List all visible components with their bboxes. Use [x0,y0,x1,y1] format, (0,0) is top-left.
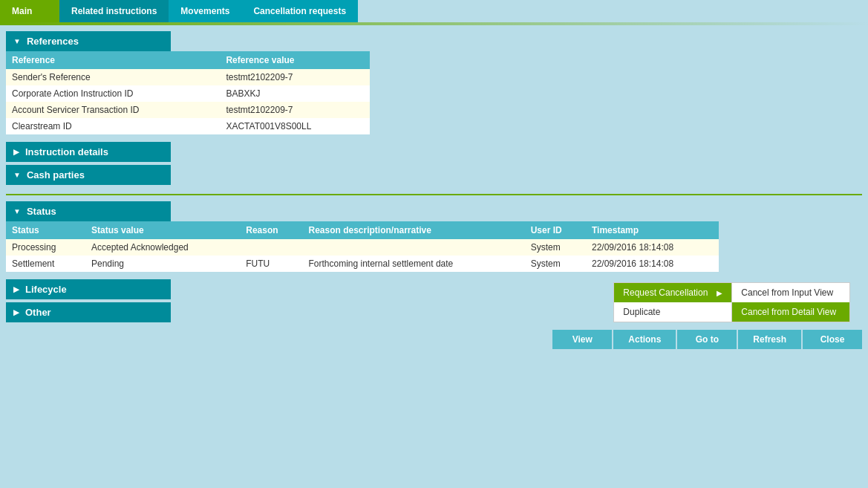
status-cell-3 [303,239,525,256]
table-row: ProcessingAccepted AcknowledgedSystem22/… [6,239,719,256]
status-cell-3: Forthcoming internal settlement date [303,256,525,272]
close-button[interactable]: Close [803,330,862,349]
goto-button[interactable]: Go to [677,330,737,349]
cancellation-submenu: Cancel from Input View Cancel from Detai… [731,282,850,322]
status-cell-0: Settlement [6,256,85,272]
status-arrow-icon: ▼ [13,207,21,215]
actions-dropdown-container: Actions Request Cancellation ▶ Cancel fr… [613,330,676,349]
tab-related-instructions[interactable]: Related instructions [59,0,169,22]
toolbar: View Actions Request Cancellation ▶ [6,327,862,352]
ref-reference-cell: Account Servicer Transaction ID [6,102,220,118]
cash-parties-section: ▼ Cash parties [6,165,862,185]
ref-col-value: Reference value [220,51,370,69]
ref-col-reference: Reference [6,51,220,69]
status-cell-1: Pending [85,256,240,272]
ref-value-cell: XACTAT001V8S00LL [220,118,370,134]
instruction-details-arrow-icon: ▶ [13,148,19,156]
lifecycle-header[interactable]: ▶ Lifecycle [6,279,171,299]
other-header[interactable]: ▶ Other [6,302,171,322]
duplicate-item[interactable]: Duplicate [614,302,731,322]
green-separator [6,194,862,195]
submenu-arrow-icon: ▶ [717,289,722,297]
status-col-status: Status [6,221,85,239]
table-row: Account Servicer Transaction IDtestmt210… [6,102,370,118]
ref-value-cell: BABXKJ [220,85,370,102]
tab-movements[interactable]: Movements [169,0,241,22]
actions-button[interactable]: Actions [613,330,676,349]
status-cell-2 [240,239,302,256]
table-row: Sender's Referencetestmt2102209-7 [6,69,370,85]
status-cell-4: System [525,239,586,256]
status-cell-4: System [525,256,586,272]
top-nav: Main Related instructions Movements Canc… [0,0,868,22]
cancel-from-detail-item[interactable]: Cancel from Detail View [732,302,849,322]
status-col-timestamp: Timestamp [586,221,719,239]
ref-reference-cell: Corporate Action Instruction ID [6,85,220,102]
cash-parties-arrow-icon: ▼ [13,171,21,179]
request-cancellation-container: Request Cancellation ▶ Cancel from Input… [614,283,731,302]
status-col-value: Status value [85,221,240,239]
status-col-reason: Reason [240,221,302,239]
status-header[interactable]: ▼ Status [6,201,171,221]
status-col-description: Reason description/narrative [303,221,525,239]
table-row: Corporate Action Instruction IDBABXKJ [6,85,370,102]
instruction-details-header[interactable]: ▶ Instruction details [6,142,171,162]
request-cancellation-item[interactable]: Request Cancellation ▶ [614,283,731,302]
status-cell-5: 22/09/2016 18:14:08 [586,256,719,272]
refresh-button[interactable]: Refresh [738,330,801,349]
other-arrow-icon: ▶ [13,308,19,316]
tab-cancellation-requests[interactable]: Cancellation requests [241,0,358,22]
references-section: ▼ References Reference Reference value S… [6,31,862,134]
cancel-from-input-item[interactable]: Cancel from Input View [732,283,849,302]
cash-parties-header[interactable]: ▼ Cash parties [6,165,171,185]
references-arrow-icon: ▼ [13,37,21,45]
tab-main[interactable]: Main [0,0,59,22]
actions-menu: Request Cancellation ▶ Cancel from Input… [613,282,732,322]
references-table: Reference Reference value Sender's Refer… [6,51,370,134]
ref-value-cell: testmt2102209-7 [220,102,370,118]
status-cell-2: FUTU [240,256,302,272]
ref-value-cell: testmt2102209-7 [220,69,370,85]
main-content: ▼ References Reference Reference value S… [0,25,868,358]
status-cell-0: Processing [6,239,85,256]
instruction-details-section: ▶ Instruction details [6,142,862,162]
lifecycle-arrow-icon: ▶ [13,285,19,293]
status-table: Status Status value Reason Reason descri… [6,221,719,272]
table-row: Clearstream IDXACTAT001V8S00LL [6,118,370,134]
status-col-userid: User ID [525,221,586,239]
status-cell-1: Accepted Acknowledged [85,239,240,256]
status-section: ▼ Status Status Status value Reason Reas… [6,201,862,272]
table-row: SettlementPendingFUTUForthcoming interna… [6,256,719,272]
view-button[interactable]: View [552,330,612,349]
status-cell-5: 22/09/2016 18:14:08 [586,239,719,256]
ref-reference-cell: Clearstream ID [6,118,220,134]
ref-reference-cell: Sender's Reference [6,69,220,85]
references-header[interactable]: ▼ References [6,31,171,51]
